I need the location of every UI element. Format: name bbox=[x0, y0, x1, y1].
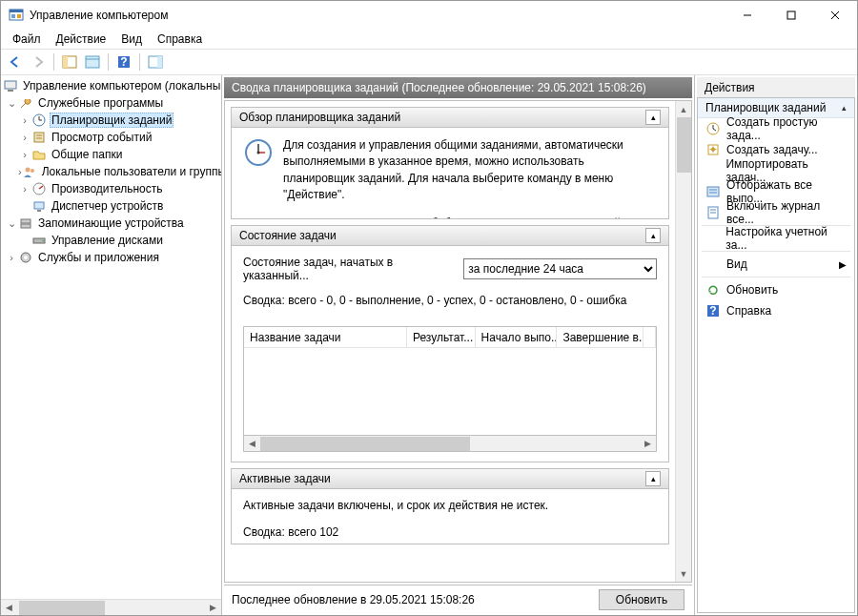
taskstate-header[interactable]: Состояние задачи ▴ bbox=[231, 225, 669, 246]
tree-services[interactable]: › Службы и приложения bbox=[1, 249, 221, 266]
collapse-icon[interactable]: ⌄ bbox=[5, 217, 18, 230]
section-title: Активные задачи bbox=[239, 472, 331, 485]
group-label: Планировщик заданий bbox=[705, 101, 826, 114]
action-label: Создать простую зада... bbox=[726, 115, 847, 142]
col-result[interactable]: Результат... bbox=[407, 327, 476, 347]
tree-root[interactable]: Управление компьютером (локальным bbox=[1, 77, 221, 94]
action-enable-log[interactable]: Включить журнал все... bbox=[698, 202, 854, 223]
action-label: Настройка учетной за... bbox=[725, 225, 847, 252]
action-view[interactable]: Вид ▶ bbox=[698, 254, 854, 275]
action-account[interactable]: Настройка учетной за... bbox=[698, 228, 854, 249]
expand-icon[interactable]: › bbox=[18, 132, 31, 143]
tree-label: Диспетчер устройств bbox=[50, 199, 165, 213]
svg-rect-3 bbox=[17, 14, 21, 18]
menu-view[interactable]: Вид bbox=[115, 31, 148, 48]
svg-point-33 bbox=[42, 240, 44, 242]
perf-icon bbox=[31, 181, 47, 196]
col-end[interactable]: Завершение в... bbox=[557, 327, 644, 347]
period-select[interactable]: за последние 24 часа bbox=[463, 258, 657, 279]
tree-diskmgr[interactable]: Управление дисками bbox=[1, 232, 221, 249]
back-button[interactable] bbox=[5, 51, 26, 72]
help-icon: ? bbox=[705, 303, 721, 318]
tree-label: Управление дисками bbox=[50, 234, 165, 247]
actions-title-text: Действия bbox=[705, 81, 755, 94]
minimize-button[interactable] bbox=[725, 1, 769, 30]
col-name[interactable]: Название задачи bbox=[244, 327, 407, 347]
device-icon bbox=[31, 198, 47, 214]
svg-rect-1 bbox=[10, 10, 23, 12]
table-header: Название задачи Результат... Начало выпо… bbox=[244, 327, 656, 348]
svg-rect-15 bbox=[157, 56, 162, 68]
collapse-icon[interactable]: ⌄ bbox=[5, 97, 18, 110]
active-header[interactable]: Активные задачи ▴ bbox=[231, 468, 669, 489]
table-hscroll[interactable]: ◀▶ bbox=[243, 436, 657, 452]
event-icon bbox=[31, 130, 47, 145]
expand-icon[interactable]: › bbox=[18, 149, 31, 160]
toolbar: ? bbox=[1, 49, 857, 75]
menu-action[interactable]: Действие bbox=[51, 31, 112, 48]
tree-storage[interactable]: ⌄ Запоминающие устройства bbox=[1, 215, 221, 232]
action-create-basic[interactable]: Создать простую зада... bbox=[698, 118, 854, 139]
expand-icon[interactable]: › bbox=[18, 114, 31, 126]
create-icon: ✦ bbox=[705, 142, 721, 157]
disk-icon bbox=[31, 233, 47, 248]
center-vscroll[interactable]: ▲ ▼ bbox=[675, 101, 691, 582]
collapse-button[interactable]: ▴ bbox=[645, 228, 661, 243]
active-text: Активные задачи включены, и срок их дейс… bbox=[243, 499, 657, 512]
tree-label: Локальные пользователи и группы bbox=[40, 165, 221, 178]
overview-header[interactable]: Обзор планировщика заданий ▴ bbox=[231, 107, 669, 128]
center-pane: Сводка планировщика заданий (Последнее о… bbox=[222, 75, 695, 615]
tree-utilities[interactable]: ⌄ Служебные программы bbox=[1, 94, 221, 112]
app-window: Управление компьютером Файл Действие Вид… bbox=[0, 0, 858, 616]
tree-hscroll[interactable]: ◀▶ bbox=[1, 599, 221, 615]
tree-events[interactable]: › Просмотр событий bbox=[1, 129, 221, 146]
tree-devmgr[interactable]: Диспетчер устройств bbox=[1, 197, 221, 215]
collapse-button[interactable]: ▴ bbox=[645, 110, 661, 125]
action-pane-button[interactable] bbox=[145, 51, 166, 72]
tree-label: Службы и приложения bbox=[36, 251, 161, 264]
tree[interactable]: Управление компьютером (локальным ⌄ Служ… bbox=[1, 75, 221, 599]
action-label: Включить журнал все... bbox=[726, 199, 847, 226]
action-help[interactable]: ? Справка bbox=[698, 300, 854, 321]
task-table[interactable]: Название задачи Результат... Начало выпо… bbox=[243, 326, 657, 436]
help-button[interactable]: ? bbox=[113, 51, 134, 72]
tree-label: Просмотр событий bbox=[50, 131, 153, 144]
menu-help[interactable]: Справка bbox=[152, 31, 208, 48]
col-start[interactable]: Начало выпо... bbox=[476, 327, 558, 347]
tree-label: Управление компьютером (локальным bbox=[21, 79, 221, 92]
create-basic-icon bbox=[705, 121, 721, 136]
window-title: Управление компьютером bbox=[30, 9, 725, 22]
svg-rect-30 bbox=[21, 219, 31, 223]
svg-text:?: ? bbox=[120, 55, 127, 69]
taskstate-section: Состояние задачи ▴ Состояние задач, нача… bbox=[231, 225, 669, 462]
svg-rect-45 bbox=[707, 187, 719, 196]
tree-perf[interactable]: › Производительность bbox=[1, 180, 221, 197]
action-label: Создать задачу... bbox=[726, 143, 818, 156]
col-extra[interactable] bbox=[644, 327, 656, 347]
tree-label: Производительность bbox=[50, 182, 164, 195]
tree-shares[interactable]: › Общие папки bbox=[1, 146, 221, 163]
collapse-button[interactable]: ▴ bbox=[645, 471, 661, 486]
svg-rect-28 bbox=[34, 202, 44, 209]
close-button[interactable] bbox=[813, 1, 857, 30]
log-icon bbox=[705, 205, 721, 220]
toolbar-separator bbox=[108, 53, 109, 71]
group-collapse-icon[interactable]: ▴ bbox=[842, 103, 847, 113]
forward-button[interactable] bbox=[28, 51, 49, 72]
properties-button[interactable] bbox=[82, 51, 103, 72]
action-refresh[interactable]: Обновить bbox=[698, 279, 854, 300]
expand-icon[interactable]: › bbox=[18, 183, 31, 195]
refresh-button[interactable]: Обновить bbox=[599, 589, 684, 610]
maximize-button[interactable] bbox=[769, 1, 813, 30]
folder-share-icon bbox=[31, 147, 47, 162]
overview-text: Для создания и управления общими задания… bbox=[283, 137, 657, 219]
menu-file[interactable]: Файл bbox=[7, 31, 47, 48]
svg-point-39 bbox=[257, 152, 260, 154]
overview-section: Обзор планировщика заданий ▴ Для создани… bbox=[231, 107, 669, 219]
tree-users[interactable]: › Локальные пользователи и группы bbox=[1, 163, 221, 180]
show-hide-tree-button[interactable] bbox=[59, 51, 80, 72]
tree-scheduler[interactable]: › Планировщик заданий bbox=[1, 112, 221, 129]
expand-icon[interactable]: › bbox=[5, 252, 18, 263]
svg-rect-29 bbox=[37, 210, 41, 212]
center-body: Обзор планировщика заданий ▴ Для создани… bbox=[224, 100, 692, 583]
